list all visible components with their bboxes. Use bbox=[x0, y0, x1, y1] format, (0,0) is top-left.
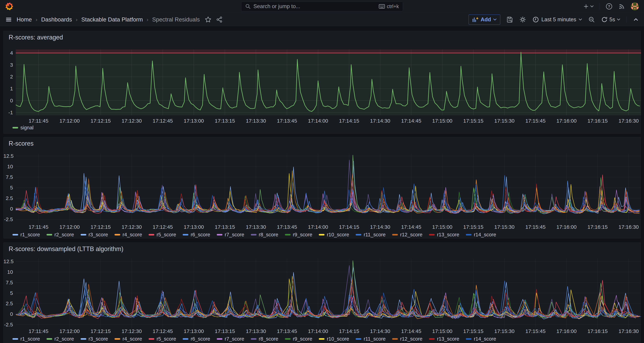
legend-item-r8_score[interactable]: r8_score bbox=[251, 232, 278, 238]
save-dashboard-button[interactable] bbox=[506, 16, 513, 23]
legend-label: r8_score bbox=[259, 336, 278, 342]
y-axis-tick-label: 5 bbox=[4, 185, 13, 191]
y-axis-tick-label: 0 bbox=[4, 98, 13, 104]
panel-title[interactable]: R-scores: downsampled (LTTB algorithm) bbox=[9, 245, 124, 253]
dashboard-toolbar: Home › Dashboards › Stackable Data Platf… bbox=[0, 13, 644, 26]
add-panel-button[interactable]: Add bbox=[468, 15, 500, 25]
legend-swatch bbox=[251, 234, 256, 235]
legend-item-r6_score[interactable]: r6_score bbox=[183, 336, 210, 342]
legend-item-r10_score[interactable]: r10_score bbox=[319, 232, 349, 238]
legend-label: r13_score bbox=[437, 336, 459, 342]
create-new-button[interactable] bbox=[583, 4, 594, 9]
legend-item-r11_score[interactable]: r11_score bbox=[356, 232, 386, 238]
legend-item-r3_score[interactable]: r3_score bbox=[80, 336, 108, 342]
plus-icon bbox=[583, 4, 589, 9]
legend-swatch bbox=[148, 338, 154, 340]
breadcrumb-separator-icon: › bbox=[147, 17, 148, 23]
time-range-picker[interactable]: Last 5 minutes bbox=[532, 16, 582, 23]
legend-item-r12_score[interactable]: r12_score bbox=[392, 232, 422, 238]
legend-item-r12_score[interactable]: r12_score bbox=[392, 336, 422, 342]
legend-swatch bbox=[183, 338, 188, 340]
legend-label: r5_score bbox=[156, 336, 176, 342]
panel-rscores-averaged: R-scores: averaged -10123417:11:4517:12:… bbox=[3, 31, 641, 134]
dashboard-settings-button[interactable] bbox=[519, 16, 526, 23]
legend-item-r8_score[interactable]: r8_score bbox=[251, 336, 278, 342]
legend-item-r7_score[interactable]: r7_score bbox=[217, 336, 244, 342]
legend-item-r7_score[interactable]: r7_score bbox=[217, 232, 244, 238]
legend: signal bbox=[12, 125, 34, 131]
legend-item-r9_score[interactable]: r9_score bbox=[285, 336, 312, 342]
legend-item-r13_score[interactable]: r13_score bbox=[429, 336, 459, 342]
breadcrumb: Home › Dashboards › Stackable Data Platf… bbox=[16, 16, 200, 23]
series-line-r11_score bbox=[16, 175, 640, 213]
legend-item-r11_score[interactable]: r11_score bbox=[356, 336, 386, 342]
legend-item-r2_score[interactable]: r2_score bbox=[46, 336, 74, 342]
legend-label: r14_score bbox=[474, 232, 496, 238]
legend-label: r9_score bbox=[293, 336, 312, 342]
refresh-interval-label: 5s bbox=[610, 17, 615, 23]
series-line-r6_score bbox=[16, 181, 640, 213]
breadcrumb-separator-icon: › bbox=[36, 17, 37, 23]
breadcrumb-home[interactable]: Home bbox=[16, 16, 32, 23]
x-axis-tick-label: 17:16:30 bbox=[610, 224, 644, 230]
refresh-picker[interactable]: 5s bbox=[601, 16, 620, 23]
legend-label: r8_score bbox=[259, 232, 278, 238]
breadcrumb-dashboards[interactable]: Dashboards bbox=[41, 16, 72, 23]
grafana-logo-icon[interactable] bbox=[5, 2, 13, 11]
legend-label: r2_score bbox=[54, 232, 74, 238]
y-axis-tick-label: 0 bbox=[4, 311, 13, 317]
zoom-out-time-button[interactable] bbox=[588, 16, 595, 23]
y-axis-tick-label: 3 bbox=[4, 62, 13, 68]
legend-swatch bbox=[183, 234, 188, 235]
legend-label: r3_score bbox=[88, 336, 108, 342]
y-axis-tick-label: 1 bbox=[4, 86, 13, 92]
panel-title[interactable]: R-scores: averaged bbox=[9, 34, 63, 41]
legend-swatch bbox=[114, 234, 120, 235]
legend-item-r9_score[interactable]: r9_score bbox=[285, 232, 312, 238]
legend-item-signal[interactable]: signal bbox=[12, 125, 34, 131]
legend-item-r13_score[interactable]: r13_score bbox=[429, 232, 459, 238]
plot-area[interactable] bbox=[16, 153, 641, 224]
legend-item-r3_score[interactable]: r3_score bbox=[80, 232, 108, 238]
y-axis-tick-label: 2 bbox=[4, 74, 13, 80]
legend-item-r2_score[interactable]: r2_score bbox=[46, 232, 74, 238]
series-line-r2_score bbox=[16, 155, 640, 213]
series-line-r8_score bbox=[16, 160, 640, 213]
legend-item-r14_score[interactable]: r14_score bbox=[466, 232, 496, 238]
y-axis-tick-label: 10 bbox=[4, 269, 13, 275]
plot-area[interactable] bbox=[16, 50, 641, 115]
legend-swatch bbox=[12, 234, 18, 235]
legend-item-r1_score[interactable]: r1_score bbox=[12, 336, 40, 342]
legend-item-r5_score[interactable]: r5_score bbox=[148, 232, 176, 238]
breadcrumb-folder[interactable]: Stackable Data Platform bbox=[81, 16, 143, 23]
mega-menu-button[interactable] bbox=[5, 16, 12, 23]
share-dashboard-button[interactable] bbox=[216, 16, 222, 23]
collapse-toolbar-button[interactable] bbox=[633, 17, 639, 23]
user-avatar[interactable] bbox=[631, 3, 639, 11]
legend-swatch bbox=[80, 338, 86, 340]
favorite-dashboard-button[interactable] bbox=[205, 16, 212, 23]
legend-label: r1_score bbox=[20, 336, 40, 342]
legend-item-r5_score[interactable]: r5_score bbox=[148, 336, 176, 342]
legend-item-r1_score[interactable]: r1_score bbox=[12, 232, 40, 238]
legend-item-r4_score[interactable]: r4_score bbox=[114, 336, 142, 342]
y-axis-tick-label: 4 bbox=[4, 50, 13, 56]
panel-title[interactable]: R-scores bbox=[9, 140, 34, 147]
legend-item-r6_score[interactable]: r6_score bbox=[183, 232, 210, 238]
y-axis-tick-label: 0 bbox=[4, 206, 13, 212]
legend-swatch bbox=[429, 234, 435, 235]
legend-item-r10_score[interactable]: r10_score bbox=[319, 336, 349, 342]
legend-swatch bbox=[392, 234, 398, 235]
legend-label: r2_score bbox=[54, 336, 74, 342]
news-button[interactable] bbox=[618, 3, 625, 10]
plot-area[interactable] bbox=[16, 258, 641, 328]
keyboard-icon bbox=[379, 4, 385, 9]
search-input[interactable]: Search or jump to... ctrl+k bbox=[241, 2, 403, 11]
help-button[interactable]: ? bbox=[606, 3, 612, 10]
legend-label: r6_score bbox=[190, 336, 210, 342]
y-axis-tick-label: -1 bbox=[4, 110, 13, 116]
legend-item-r4_score[interactable]: r4_score bbox=[114, 232, 142, 238]
series-line-r8_score bbox=[19, 265, 638, 318]
chevron-down-icon bbox=[493, 18, 496, 21]
legend-item-r14_score[interactable]: r14_score bbox=[466, 336, 496, 342]
